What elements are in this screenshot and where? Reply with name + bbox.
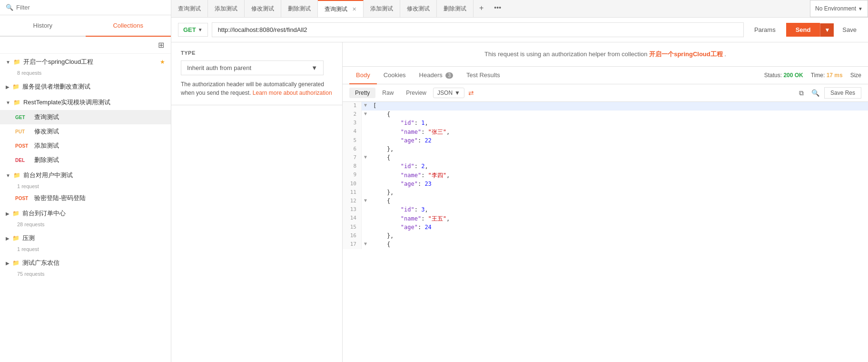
request-name: 添加测试 — [34, 141, 59, 150]
tab-history[interactable]: History — [0, 15, 86, 36]
chevron-down-icon: ▼ — [311, 64, 317, 71]
collection-header-springcloud[interactable]: ▼ 📁 开启一个springCloud工程 ★ — [0, 54, 171, 70]
request-area: TYPE Inherit auth from parent ▼ The auth… — [171, 42, 342, 105]
search-bar: 🔍 — [0, 0, 171, 15]
code-line-7: 7 ▼ { — [343, 154, 868, 162]
auth-type-select[interactable]: Inherit auth from parent ▼ — [181, 60, 324, 75]
copy-icon[interactable]: ⧉ — [796, 88, 807, 99]
main-area: 查询测试 添加测试 修改测试 删除测试 查询测试 ✕ 添加测试 修改测试 删 — [171, 0, 868, 362]
environment-selector[interactable]: No Environment ▼ — [810, 0, 868, 17]
chevron-down-icon: ▼ — [454, 90, 460, 96]
request-item-query[interactable]: GET 查询测试 — [0, 110, 171, 124]
chevron-down-icon: ▼ — [198, 27, 203, 32]
tab-test-results[interactable]: Test Results — [460, 67, 507, 84]
folder-icon: 📁 — [13, 59, 20, 65]
method-del-badge: DEL — [15, 158, 30, 163]
tab-body[interactable]: Body — [349, 67, 377, 84]
tab-query1[interactable]: 查询测试 — [171, 0, 208, 17]
code-line-15: 15 "age": 24 — [343, 223, 868, 232]
collection-order-center: ▶ 📁 前台到订单中心 28 requests — [0, 205, 171, 230]
save-button[interactable]: Save — [838, 23, 861, 36]
collection-count: 8 requests — [0, 70, 171, 79]
params-button[interactable]: Params — [748, 23, 782, 36]
collection-link[interactable]: 开启一个springCloud工程 — [649, 50, 724, 58]
chevron-right-icon: ▶ — [6, 236, 10, 241]
url-bar: GET ▼ Params Send ▼ Save — [171, 18, 868, 42]
request-item-modify[interactable]: PUT 修改测试 — [0, 124, 171, 139]
wrap-icon[interactable]: ⇄ — [465, 88, 477, 98]
collection-name: 服务提供者增删改查测试 — [22, 82, 165, 91]
collection-header-user[interactable]: ▼ 📁 前台对用户中测试 — [0, 167, 171, 183]
url-input[interactable] — [212, 22, 744, 37]
tab-modify1[interactable]: 修改测试 — [245, 0, 281, 17]
save-response-button[interactable]: Save Res — [824, 87, 861, 99]
folder-icon: 📁 — [13, 172, 20, 179]
send-button-group: Send ▼ — [786, 23, 834, 37]
collection-resttemplate: ▼ 📁 RestTemplate实现模块调用测试 ••• GET 查询测试 PU… — [0, 95, 171, 167]
format-bar: Pretty Raw Preview JSON ▼ ⇄ ⧉ 🔍 Save Res — [343, 84, 868, 102]
method-put-badge: PUT — [15, 129, 30, 134]
auth-description: The authorization header will be automat… — [181, 80, 333, 97]
chevron-right-icon: ▶ — [6, 84, 10, 90]
tab-delete1[interactable]: 删除测试 — [281, 0, 318, 17]
tab-modify2[interactable]: 修改测试 — [400, 0, 437, 17]
folder-icon: 📁 — [12, 210, 20, 217]
chevron-down-icon: ▼ — [6, 173, 10, 178]
filter-input[interactable] — [16, 4, 165, 11]
method-selector[interactable]: GET ▼ — [178, 23, 208, 37]
send-button[interactable]: Send — [786, 23, 820, 37]
code-line-4: 4 "name": "张三", — [343, 128, 868, 137]
sidebar: 🔍 History Collections ⊞ ▼ 📁 开启一个springCl… — [0, 0, 171, 362]
request-item-login[interactable]: POST 验密登陆-密码登陆 — [0, 191, 171, 205]
tab-cookies[interactable]: Cookies — [377, 67, 413, 84]
folder-icon: 📁 — [12, 235, 20, 241]
code-line-9: 9 "name": "李四", — [343, 171, 868, 180]
method-post-badge: POST — [15, 143, 30, 149]
format-select[interactable]: JSON ▼ — [433, 88, 464, 98]
fmt-raw[interactable]: Raw — [376, 88, 399, 98]
tab-delete2[interactable]: 删除测试 — [437, 0, 473, 17]
tab-close-icon[interactable]: ✕ — [352, 6, 356, 12]
collection-name: 测试广东农信 — [22, 259, 165, 267]
about-authorization-link[interactable]: about authorization — [284, 90, 332, 96]
learn-more-link[interactable]: Learn more — [253, 90, 284, 96]
collection-frontend-user: ▼ 📁 前台对用户中测试 1 request POST 验密登陆-密码登陆 — [0, 167, 171, 205]
request-name: 修改测试 — [34, 127, 59, 136]
code-line-10: 10 "age": 23 — [343, 180, 868, 189]
request-item-add[interactable]: POST 添加测试 — [0, 139, 171, 153]
type-label: TYPE — [181, 50, 333, 56]
headers-badge: 3 — [445, 72, 453, 79]
more-tabs-button[interactable]: ••• — [489, 0, 506, 17]
new-collection-button[interactable]: ⊞ — [156, 40, 166, 50]
collection-stress: ▶ 📁 压测 1 request — [0, 230, 171, 255]
code-line-1: 1 ▼ [ — [343, 102, 868, 111]
star-icon: ★ — [160, 59, 165, 65]
collection-header-order[interactable]: ▶ 📁 前台到订单中心 — [0, 205, 171, 221]
format-tabs: Pretty Raw Preview JSON ▼ ⇄ — [349, 88, 477, 98]
search-icon[interactable]: 🔍 — [809, 88, 822, 98]
tab-add1[interactable]: 添加测试 — [208, 0, 245, 17]
collection-header-gdnx[interactable]: ▶ 📁 测试广东农信 — [0, 255, 171, 271]
tab-headers[interactable]: Headers 3 — [413, 67, 460, 84]
chevron-right-icon: ▶ — [6, 261, 10, 266]
chevron-down-icon: ▼ — [6, 60, 10, 65]
top-bar: 查询测试 添加测试 修改测试 删除测试 查询测试 ✕ 添加测试 修改测试 删 — [171, 0, 868, 18]
send-dropdown-button[interactable]: ▼ — [820, 23, 834, 37]
code-line-12: 12 ▼ { — [343, 197, 868, 206]
code-line-2: 2 ▼ { — [343, 111, 868, 119]
tab-collections[interactable]: Collections — [86, 15, 171, 36]
chevron-right-icon: ▶ — [6, 211, 10, 216]
code-line-17: 17 ▼ { — [343, 241, 868, 249]
collection-header-resttemplate[interactable]: ▼ 📁 RestTemplate实现模块调用测试 ••• — [0, 95, 171, 110]
response-tabs: Body Cookies Headers 3 Test Results — [349, 67, 507, 84]
request-tabs: 查询测试 添加测试 修改测试 删除测试 查询测试 ✕ 添加测试 修改测试 删 — [171, 0, 810, 17]
request-item-delete[interactable]: DEL 删除测试 — [0, 153, 171, 167]
new-tab-button[interactable]: + — [473, 0, 489, 17]
fmt-preview[interactable]: Preview — [400, 88, 432, 98]
collection-header-stress[interactable]: ▶ 📁 压测 — [0, 230, 171, 246]
fmt-pretty[interactable]: Pretty — [349, 88, 375, 98]
tab-add2[interactable]: 添加测试 — [364, 0, 400, 17]
collection-header-provider[interactable]: ▶ 📁 服务提供者增删改查测试 — [0, 79, 171, 95]
tab-query2-active[interactable]: 查询测试 ✕ — [318, 0, 364, 17]
code-line-11: 11 }, — [343, 189, 868, 197]
